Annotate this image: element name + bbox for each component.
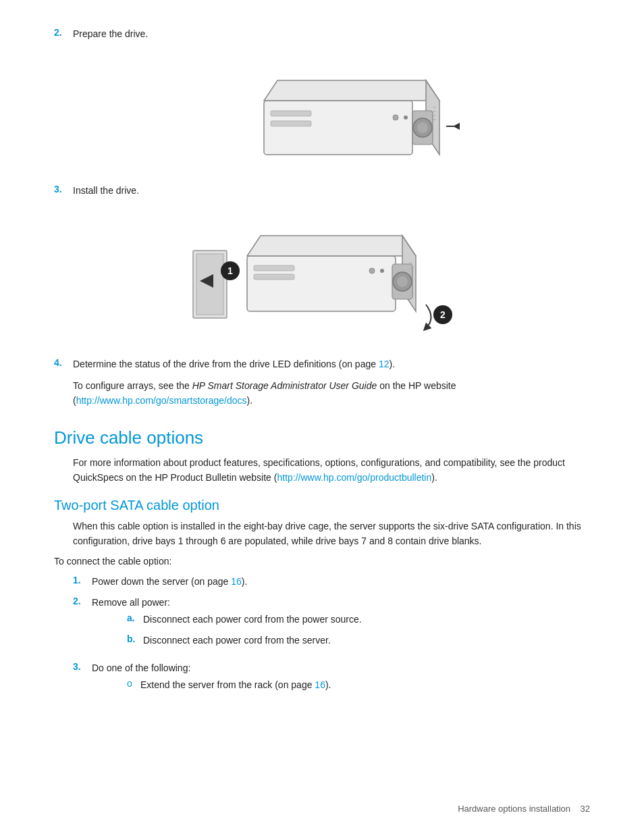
svg-marker-22 bbox=[247, 236, 416, 256]
svg-marker-1 bbox=[264, 80, 439, 101]
sub-body-text: When this cable option is installed in t… bbox=[73, 519, 590, 549]
step-2-line: 2. Prepare the drive. bbox=[54, 27, 590, 41]
two-port-sata-heading: Two-port SATA cable option bbox=[54, 498, 590, 513]
prepare-drive-svg bbox=[203, 53, 460, 172]
cable-step-3: 3. Do one of the following: o Extend the… bbox=[73, 661, 590, 699]
cable-step-2: 2. Remove all power: a. Disconnect each … bbox=[73, 596, 590, 654]
drive-cable-options-heading: Drive cable options bbox=[54, 427, 590, 448]
svg-point-26 bbox=[369, 268, 375, 273]
step-2-text: Prepare the drive. bbox=[73, 27, 148, 41]
step-3-text: Install the drive. bbox=[73, 184, 139, 198]
extend-page-link[interactable]: 16 bbox=[315, 679, 325, 690]
step-2-number: 2. bbox=[54, 27, 73, 38]
power-down-page-link[interactable]: 16 bbox=[231, 576, 242, 587]
bullet-extend-text: Extend the server from the rack (on page… bbox=[140, 678, 331, 692]
cable-step-2a-label: a. bbox=[127, 613, 143, 623]
cable-step-3-number: 3. bbox=[73, 661, 92, 672]
cable-step-2b: b. Disconnect each power cord from the s… bbox=[127, 633, 362, 648]
step-4-page-link[interactable]: 12 bbox=[379, 359, 390, 369]
bullet-extend: o Extend the server from the rack (on pa… bbox=[127, 678, 331, 692]
svg-point-5 bbox=[393, 115, 398, 120]
svg-point-13 bbox=[417, 122, 428, 133]
cable-step-1-number: 1. bbox=[73, 575, 92, 585]
svg-rect-3 bbox=[271, 111, 311, 116]
bullet-o-icon: o bbox=[127, 678, 140, 689]
svg-text:2: 2 bbox=[440, 309, 446, 320]
cable-step-2b-text: Disconnect each power cord from the serv… bbox=[143, 633, 331, 648]
cable-step-2-text: Remove all power: bbox=[92, 596, 362, 610]
productbulletin-link[interactable]: http://www.hp.com/go/productbulletin bbox=[277, 472, 431, 483]
figure-install-drive: 1 2 bbox=[73, 210, 590, 345]
step-3-line: 3. Install the drive. bbox=[54, 184, 590, 198]
svg-rect-25 bbox=[254, 274, 294, 280]
cable-step-1-text: Power down the server (on page 16). bbox=[92, 575, 247, 589]
svg-text:1: 1 bbox=[227, 265, 233, 276]
step-4-text: Determine the status of the drive from t… bbox=[73, 357, 395, 371]
cable-step-2b-label: b. bbox=[127, 633, 143, 644]
footer-text: Hardware options installation 32 bbox=[458, 804, 590, 814]
svg-rect-4 bbox=[271, 121, 311, 126]
smartstorage-link[interactable]: http://www.hp.com/go/smartstorage/docs bbox=[76, 395, 247, 406]
svg-point-6 bbox=[404, 115, 408, 120]
cable-step-3-content: Do one of the following: o Extend the se… bbox=[92, 661, 331, 699]
cable-step-2-content: Remove all power: a. Disconnect each pow… bbox=[92, 596, 362, 654]
figure-prepare-drive bbox=[73, 53, 590, 172]
step-4-number: 4. bbox=[54, 357, 73, 368]
svg-point-27 bbox=[380, 269, 384, 273]
install-drive-svg: 1 2 bbox=[186, 210, 477, 345]
step-4-line: 4. Determine the status of the drive fro… bbox=[54, 357, 590, 371]
cable-step-2-number: 2. bbox=[73, 596, 92, 606]
cable-step-3-text: Do one of the following: bbox=[92, 661, 331, 675]
cable-step-2a: a. Disconnect each power cord from the p… bbox=[127, 613, 362, 627]
svg-rect-21 bbox=[247, 256, 396, 311]
cable-step-2a-text: Disconnect each power cord from the powe… bbox=[143, 613, 362, 627]
sub-bullets-following: o Extend the server from the rack (on pa… bbox=[127, 678, 331, 692]
page-footer: Hardware options installation 32 bbox=[0, 804, 644, 814]
svg-rect-24 bbox=[254, 265, 294, 271]
configure-arrays-text: To configure arrays, see the HP Smart St… bbox=[73, 378, 590, 409]
step-3-number: 3. bbox=[54, 184, 73, 194]
sub-steps-power: a. Disconnect each power cord from the p… bbox=[127, 613, 362, 648]
connect-intro-text: To connect the cable option: bbox=[54, 554, 590, 569]
cable-steps-list: 1. Power down the server (on page 16). 2… bbox=[73, 575, 590, 699]
section-body-text: For more information about product featu… bbox=[73, 455, 590, 486]
cable-step-1: 1. Power down the server (on page 16). bbox=[73, 575, 590, 589]
svg-rect-0 bbox=[264, 101, 412, 155]
svg-point-34 bbox=[397, 276, 408, 287]
